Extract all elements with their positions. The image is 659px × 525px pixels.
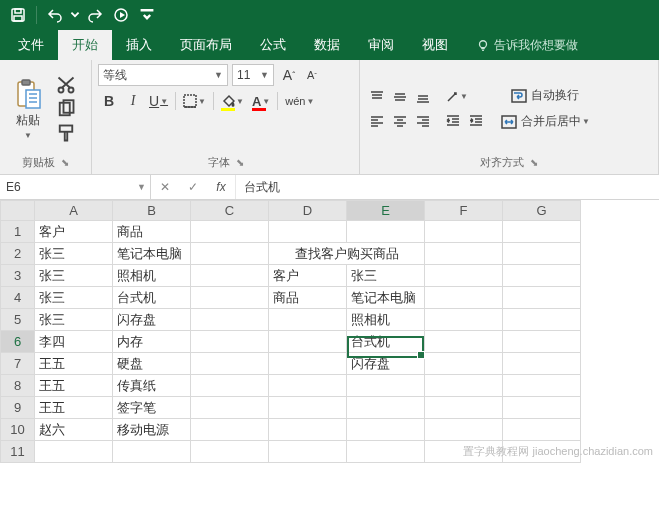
col-header-E[interactable]: E [347, 201, 425, 221]
undo-icon[interactable] [43, 3, 67, 27]
cell[interactable] [503, 287, 581, 309]
bold-button[interactable]: B [98, 90, 120, 112]
cell[interactable] [503, 243, 581, 265]
cell[interactable] [191, 287, 269, 309]
cut-button[interactable] [56, 75, 76, 95]
clipboard-dialog-launcher[interactable]: ⬊ [61, 157, 69, 168]
cell[interactable] [191, 243, 269, 265]
undo-dropdown-icon[interactable] [69, 3, 81, 27]
formula-input[interactable]: 台式机 [236, 175, 659, 199]
col-header-G[interactable]: G [503, 201, 581, 221]
cell[interactable]: 台式机 [113, 287, 191, 309]
italic-button[interactable]: I [122, 90, 144, 112]
cell[interactable] [425, 243, 503, 265]
cell[interactable] [191, 353, 269, 375]
underline-button[interactable]: U▼ [146, 90, 171, 112]
increase-font-button[interactable]: Aˆ [278, 64, 300, 86]
border-button[interactable]: ▼ [180, 90, 209, 112]
row-header[interactable]: 6 [1, 331, 35, 353]
cell-active[interactable]: 台式机 [347, 331, 425, 353]
tab-home[interactable]: 开始 [58, 30, 112, 60]
cell[interactable] [425, 375, 503, 397]
cell[interactable] [269, 309, 347, 331]
cell[interactable] [503, 265, 581, 287]
cell[interactable] [503, 353, 581, 375]
row-header[interactable]: 2 [1, 243, 35, 265]
cell[interactable]: 硬盘 [113, 353, 191, 375]
tab-file[interactable]: 文件 [4, 30, 58, 60]
decrease-indent-button[interactable] [442, 110, 464, 132]
cell[interactable] [503, 221, 581, 243]
decrease-font-button[interactable]: Aˇ [301, 64, 323, 86]
cell[interactable]: 张三 [35, 287, 113, 309]
col-header-A[interactable]: A [35, 201, 113, 221]
cell[interactable] [191, 375, 269, 397]
cell[interactable] [191, 441, 269, 463]
wrap-text-button[interactable]: 自动换行 [495, 85, 596, 107]
cell[interactable] [269, 331, 347, 353]
cell[interactable]: 笔记本电脑 [113, 243, 191, 265]
cell[interactable]: 王五 [35, 353, 113, 375]
name-box[interactable]: E6▼ [0, 175, 151, 199]
align-center-button[interactable] [389, 110, 411, 132]
cell[interactable]: 李四 [35, 331, 113, 353]
col-header-D[interactable]: D [269, 201, 347, 221]
cell[interactable] [425, 397, 503, 419]
col-header-B[interactable]: B [113, 201, 191, 221]
cell[interactable] [191, 419, 269, 441]
tab-review[interactable]: 审阅 [354, 30, 408, 60]
cell[interactable] [425, 265, 503, 287]
cell[interactable] [35, 441, 113, 463]
row-header[interactable]: 11 [1, 441, 35, 463]
cell[interactable]: 张三 [347, 265, 425, 287]
col-header-F[interactable]: F [425, 201, 503, 221]
cell[interactable] [503, 331, 581, 353]
tab-formulas[interactable]: 公式 [246, 30, 300, 60]
align-right-button[interactable] [412, 110, 434, 132]
font-name-combo[interactable]: 等线▼ [98, 64, 228, 86]
cell[interactable]: 照相机 [113, 265, 191, 287]
cell[interactable]: 签字笔 [113, 397, 191, 419]
tab-page-layout[interactable]: 页面布局 [166, 30, 246, 60]
cell[interactable]: 赵六 [35, 419, 113, 441]
cell[interactable] [425, 419, 503, 441]
cell[interactable]: 商品 [269, 287, 347, 309]
row-header[interactable]: 1 [1, 221, 35, 243]
cancel-button[interactable]: ✕ [151, 180, 179, 194]
cell[interactable] [503, 397, 581, 419]
row-header[interactable]: 4 [1, 287, 35, 309]
cell[interactable]: 张三 [35, 243, 113, 265]
cell[interactable]: 张三 [35, 309, 113, 331]
cell[interactable] [269, 441, 347, 463]
cell[interactable] [191, 265, 269, 287]
tell-me-search[interactable]: 告诉我你想要做 [468, 31, 586, 60]
resume-icon[interactable] [109, 3, 133, 27]
cell[interactable] [191, 221, 269, 243]
cell-merged[interactable]: 查找客户购买商品 [269, 243, 425, 265]
cell[interactable] [269, 353, 347, 375]
cell[interactable] [425, 331, 503, 353]
fx-button[interactable]: fx [207, 180, 235, 194]
row-header[interactable]: 7 [1, 353, 35, 375]
qat-customize-icon[interactable] [135, 3, 159, 27]
cell[interactable]: 客户 [269, 265, 347, 287]
cell[interactable] [425, 287, 503, 309]
align-left-button[interactable] [366, 110, 388, 132]
merge-center-button[interactable]: 合并后居中 ▼ [495, 111, 596, 133]
cell[interactable] [269, 419, 347, 441]
cell[interactable] [191, 397, 269, 419]
cell[interactable]: 传真纸 [113, 375, 191, 397]
col-header-C[interactable]: C [191, 201, 269, 221]
cell[interactable]: 王五 [35, 397, 113, 419]
cell[interactable] [269, 397, 347, 419]
redo-icon[interactable] [83, 3, 107, 27]
row-header[interactable]: 9 [1, 397, 35, 419]
row-header[interactable]: 5 [1, 309, 35, 331]
row-header[interactable]: 3 [1, 265, 35, 287]
cell[interactable]: 张三 [35, 265, 113, 287]
cell[interactable] [347, 419, 425, 441]
cell[interactable] [503, 419, 581, 441]
font-dialog-launcher[interactable]: ⬊ [236, 157, 244, 168]
cell[interactable] [425, 309, 503, 331]
cell[interactable]: 王五 [35, 375, 113, 397]
